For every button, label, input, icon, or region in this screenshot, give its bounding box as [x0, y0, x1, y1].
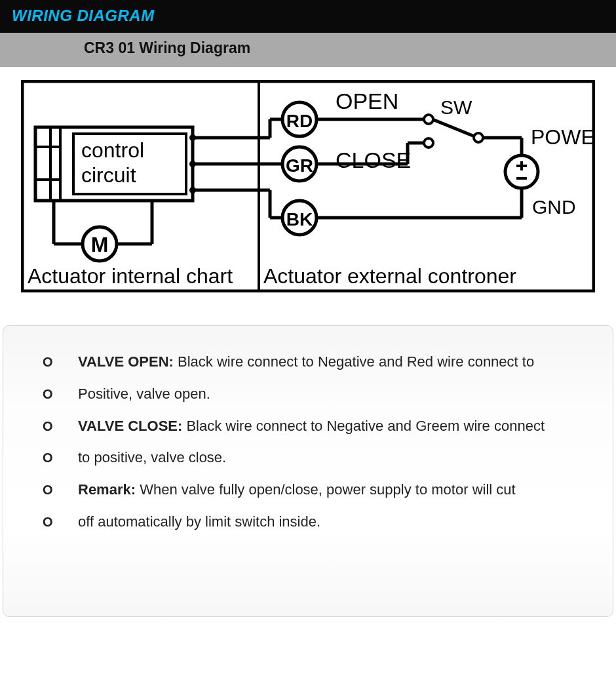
- gr-node: GR: [286, 155, 313, 176]
- control-label-2: circuit: [81, 163, 136, 187]
- desc-row: O VALVE OPEN: Black wire connect to Nega…: [43, 352, 588, 372]
- rd-node: RD: [286, 111, 313, 131]
- right-caption: Actuator external controner: [263, 264, 516, 288]
- desc-text: VALVE CLOSE: Black wire connect to Negat…: [78, 416, 545, 437]
- desc-row: O to positive, valve close.: [43, 448, 588, 468]
- left-caption: Actuator internal chart: [28, 264, 233, 288]
- bullet-icon: O: [43, 515, 56, 530]
- wiring-diagram-svg: control circuit M RD GR BK OPEN CLOSE: [21, 80, 595, 292]
- diagram-container: control circuit M RD GR BK OPEN CLOSE: [0, 67, 616, 312]
- desc-row: O Remark: When valve fully open/close, p…: [43, 480, 588, 500]
- bullet-icon: O: [43, 450, 56, 466]
- sw-label: SW: [440, 96, 472, 118]
- sub-header-bar: CR3 01 Wiring Diagram: [0, 33, 616, 67]
- open-label: OPEN: [336, 89, 398, 113]
- diagram-title: CR3 01 Wiring Diagram: [84, 39, 250, 56]
- desc-row: O off automatically by limit switch insi…: [43, 512, 588, 532]
- desc-row: O VALVE CLOSE: Black wire connect to Neg…: [43, 416, 588, 437]
- bullet-icon: O: [43, 483, 56, 498]
- bullet-icon: O: [43, 387, 56, 402]
- page-title: WIRING DIAGRAM: [12, 7, 155, 24]
- svg-point-27: [424, 115, 433, 124]
- motor-label: M: [91, 233, 109, 256]
- desc-text: to positive, valve close.: [78, 448, 226, 468]
- bullet-icon: O: [43, 355, 56, 370]
- control-label-1: control: [81, 138, 144, 162]
- desc-row: O Positive, valve open.: [43, 384, 588, 405]
- desc-text: Remark: When valve fully open/close, pow…: [78, 480, 516, 500]
- power-label: POWER: [531, 125, 595, 149]
- svg-point-31: [424, 138, 433, 148]
- gnd-label: GND: [532, 196, 576, 218]
- svg-point-33: [474, 133, 483, 142]
- description-box: O VALVE OPEN: Black wire connect to Nega…: [3, 325, 613, 617]
- svg-line-32: [433, 119, 474, 136]
- desc-text: Positive, valve open.: [78, 384, 210, 405]
- bk-node: BK: [286, 209, 313, 229]
- header-bar: WIRING DIAGRAM: [0, 0, 616, 33]
- bullet-icon: O: [43, 419, 56, 434]
- svg-point-36: [505, 155, 538, 188]
- desc-text: VALVE OPEN: Black wire connect to Negati…: [78, 352, 534, 372]
- close-label: CLOSE: [336, 148, 411, 172]
- desc-text: off automatically by limit switch inside…: [78, 512, 320, 532]
